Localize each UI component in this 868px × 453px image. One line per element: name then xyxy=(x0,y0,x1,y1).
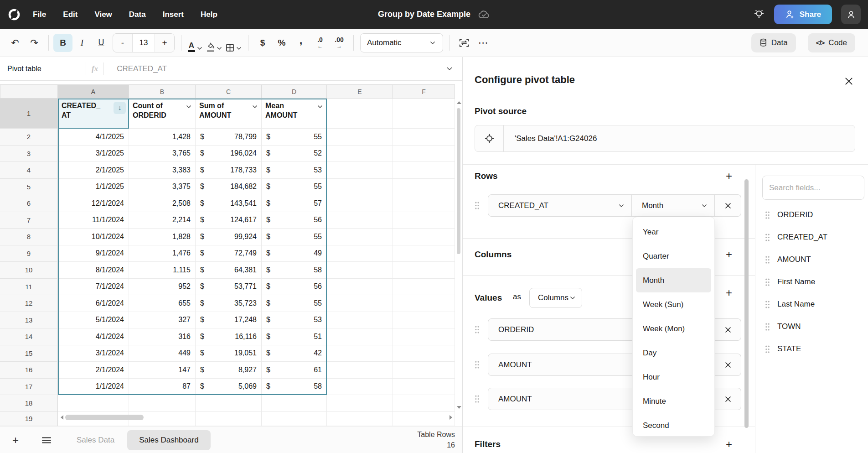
row-header-1[interactable]: 1 xyxy=(0,99,58,129)
cell-empty[interactable] xyxy=(327,229,393,245)
drag-handle-icon[interactable] xyxy=(475,202,480,209)
cell-mean[interactable]: $55 xyxy=(262,129,327,146)
cell-count[interactable]: 449 xyxy=(129,345,196,362)
menu-data[interactable]: Data xyxy=(129,10,146,19)
cell-count[interactable]: 952 xyxy=(129,279,196,296)
row-header[interactable]: 15 xyxy=(0,345,58,362)
remove-value-field-button[interactable] xyxy=(715,318,741,341)
increase-decimal-button[interactable]: .00→ xyxy=(330,34,349,52)
cell-mean[interactable]: $52 xyxy=(262,146,327,162)
cell-empty[interactable] xyxy=(327,212,393,229)
cell-empty[interactable] xyxy=(327,195,393,212)
more-options-button[interactable]: ⋯ xyxy=(474,34,493,52)
cell-empty[interactable] xyxy=(393,312,455,329)
cell-c1-sum-amount[interactable]: Sum of AMOUNT xyxy=(196,99,262,129)
data-panel-button[interactable]: Data xyxy=(751,33,796,52)
name-box[interactable]: Pivot table xyxy=(7,65,80,73)
vertical-scrollbar[interactable] xyxy=(455,99,462,413)
menu-insert[interactable]: Insert xyxy=(163,10,184,19)
drag-handle-icon[interactable] xyxy=(765,234,770,241)
cell-empty[interactable] xyxy=(327,146,393,162)
cell-sum[interactable]: $72,749 xyxy=(196,245,262,262)
font-size-value[interactable]: 13 xyxy=(132,34,155,52)
cell-date[interactable]: 2/1/2024 xyxy=(58,362,129,379)
scroll-down-icon[interactable] xyxy=(457,406,461,409)
cell-empty[interactable] xyxy=(327,245,393,262)
sort-descending-button[interactable]: ↓ xyxy=(114,102,126,114)
cell-empty[interactable] xyxy=(393,345,455,362)
row-header[interactable]: 13 xyxy=(0,312,58,329)
cell-empty[interactable] xyxy=(393,229,455,245)
row-header[interactable]: 7 xyxy=(0,212,58,229)
cell-mean[interactable]: $53 xyxy=(262,312,327,329)
horizontal-scrollbar[interactable] xyxy=(58,412,455,423)
remove-row-field-button[interactable] xyxy=(715,194,741,217)
column-header-a[interactable]: A xyxy=(58,84,129,99)
cell-date[interactable]: 6/1/2024 xyxy=(58,295,129,312)
cell-count[interactable]: 3,383 xyxy=(129,162,196,179)
borders-button[interactable] xyxy=(224,34,243,52)
cell-empty[interactable] xyxy=(393,195,455,212)
cell-empty[interactable] xyxy=(327,379,393,396)
percent-format-button[interactable]: % xyxy=(272,34,291,52)
row-header[interactable]: 19 xyxy=(0,412,58,426)
panel-scroll-thumb[interactable] xyxy=(744,179,749,428)
menu-view[interactable]: View xyxy=(94,10,112,19)
cell-date[interactable]: 4/1/2025 xyxy=(58,129,129,146)
add-row-field-button[interactable]: + xyxy=(723,170,735,182)
menu-item-day[interactable]: Day xyxy=(633,341,714,365)
convert-range-button[interactable] xyxy=(455,34,474,52)
cell-sum[interactable]: $99,924 xyxy=(196,229,262,245)
menu-item-month-selected[interactable]: Month xyxy=(636,268,711,292)
cell-empty[interactable] xyxy=(327,345,393,362)
chevron-down-icon[interactable] xyxy=(316,103,324,110)
cell-sum[interactable]: $8,927 xyxy=(196,362,262,379)
cell-count[interactable]: 327 xyxy=(129,312,196,329)
account-avatar[interactable] xyxy=(841,5,861,24)
rows-logo-icon[interactable] xyxy=(7,8,21,21)
drag-handle-icon[interactable] xyxy=(475,326,480,333)
sheet-tab-sales-data[interactable]: Sales Data xyxy=(77,436,114,445)
cell-mean[interactable]: $57 xyxy=(262,195,327,212)
cell-empty[interactable] xyxy=(393,179,455,196)
cell-empty[interactable] xyxy=(393,129,455,146)
cell-b1-count-orderid[interactable]: Count of ORDERID xyxy=(129,99,196,129)
row-header[interactable]: 6 xyxy=(0,195,58,212)
cell-sum[interactable]: $64,381 xyxy=(196,262,262,279)
add-filter-button[interactable]: + xyxy=(723,438,735,451)
menu-edit[interactable]: Edit xyxy=(63,10,78,19)
cell-count[interactable]: 1,476 xyxy=(129,245,196,262)
cell-sum[interactable]: $53,771 xyxy=(196,279,262,296)
select-range-button[interactable] xyxy=(475,125,504,151)
share-button[interactable]: Share xyxy=(774,5,832,24)
cell-count[interactable]: 147 xyxy=(129,362,196,379)
row-header[interactable]: 3 xyxy=(0,146,58,162)
select-all-corner[interactable] xyxy=(0,84,58,99)
cell-empty[interactable] xyxy=(129,395,196,412)
cell-sum[interactable]: $78,799 xyxy=(196,129,262,146)
menu-help[interactable]: Help xyxy=(201,10,217,19)
add-value-field-button[interactable]: + xyxy=(723,286,735,299)
horizontal-scroll-thumb[interactable] xyxy=(65,415,144,420)
row-header[interactable]: 14 xyxy=(0,328,58,345)
vertical-scroll-thumb[interactable] xyxy=(457,108,460,254)
menu-item-minute[interactable]: Minute xyxy=(633,389,714,413)
font-size-decrease[interactable]: - xyxy=(113,34,132,52)
cell-sum[interactable]: $17,248 xyxy=(196,312,262,329)
field-item-amount[interactable]: AMOUNT xyxy=(765,250,811,269)
cell-mean[interactable]: $42 xyxy=(262,345,327,362)
cell-date[interactable]: 3/1/2025 xyxy=(58,146,129,162)
column-header-c[interactable]: C xyxy=(196,84,262,99)
fill-color-button[interactable] xyxy=(205,34,224,52)
cell-empty[interactable] xyxy=(196,395,262,412)
row-header[interactable]: 16 xyxy=(0,362,58,379)
cell-empty[interactable] xyxy=(393,146,455,162)
drag-handle-icon[interactable] xyxy=(475,361,480,369)
cell-empty[interactable] xyxy=(327,395,393,412)
cell-count[interactable]: 1,115 xyxy=(129,262,196,279)
drag-handle-icon[interactable] xyxy=(765,323,770,331)
bold-button[interactable]: B xyxy=(53,34,72,52)
cell-date[interactable]: 2/1/2025 xyxy=(58,162,129,179)
cell-date[interactable]: 10/1/2024 xyxy=(58,229,129,245)
cell-empty[interactable] xyxy=(393,379,455,396)
